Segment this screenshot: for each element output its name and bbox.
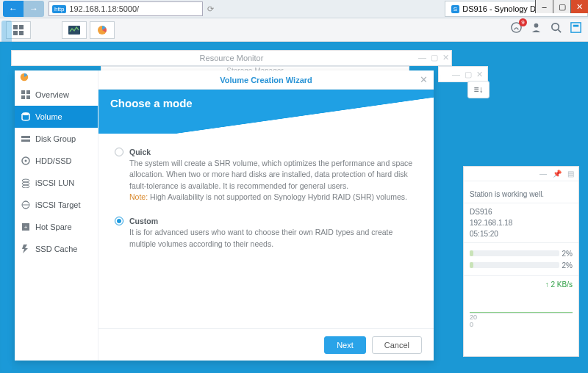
svg-point-22 (22, 179, 29, 182)
ssd-cache-icon (21, 244, 31, 254)
svg-point-8 (552, 23, 559, 30)
refresh-icon[interactable]: ⟳ (207, 4, 214, 14)
quick-label: Quick (129, 147, 417, 158)
storage-app-icon (15, 70, 98, 84)
ram-pct: 2% (562, 261, 573, 269)
favicon: S (451, 5, 459, 13)
bg-resource-monitor-header: Resource Monitor —▢✕ (11, 50, 452, 66)
status-widget: — 📌 ▤ Station is working well. DS916 192… (463, 166, 579, 357)
mode-custom-row[interactable]: Custom It is for advanced users who want… (115, 216, 417, 250)
sidebar-label: HDD/SSD (35, 156, 72, 165)
wizard-heading: Choose a mode (110, 97, 193, 109)
storage-manager-window: Overview Volume Disk Group HDD/SSD iSCSI… (15, 70, 434, 361)
taskbar-storage-button[interactable] (90, 21, 115, 39)
custom-desc: It is for advanced users who want to cho… (129, 227, 417, 249)
url-text: 192.168.1.18:5000/ (69, 4, 139, 13)
svg-rect-16 (26, 95, 30, 99)
bg-storage-manager-controls: —▢✕ (438, 66, 488, 82)
svg-point-7 (534, 23, 539, 28)
status-text: Station is working well. (470, 190, 573, 198)
sidebar-item-hdd-ssd[interactable]: HDD/SSD (15, 150, 98, 172)
rm-maximize-icon[interactable]: ▢ (431, 53, 438, 62)
svg-rect-11 (573, 25, 579, 27)
widget-pin-icon[interactable]: 📌 (553, 170, 562, 178)
filter-sort-button[interactable]: ≡↓ (467, 81, 490, 98)
net-indicator: ↑ 2 KB/s (470, 280, 573, 289)
sidebar-label: Disk Group (35, 134, 76, 143)
svg-rect-10 (571, 23, 581, 32)
os-maximize-button[interactable]: ▢ (553, 0, 570, 13)
quick-desc: The system will create a SHR volume, whi… (129, 158, 417, 192)
taskbar-activity-button[interactable] (62, 21, 87, 39)
mode-quick-row[interactable]: Quick The system will create a SHR volum… (115, 147, 417, 203)
svg-point-17 (22, 112, 29, 115)
svg-point-21 (25, 160, 27, 162)
next-button[interactable]: Next (324, 336, 366, 354)
custom-label: Custom (129, 216, 417, 227)
radio-quick[interactable] (115, 148, 123, 156)
svg-rect-18 (21, 136, 30, 138)
wizard-title: Volume Creation Wizard (98, 70, 434, 90)
svg-rect-13 (21, 90, 25, 94)
sidebar-item-overview[interactable]: Overview (15, 84, 98, 106)
radio-custom[interactable] (115, 217, 123, 225)
desktop-left-rail (1, 21, 12, 372)
wizard-hero: Choose a mode (98, 90, 434, 134)
status-time: 05:15:20 (470, 230, 573, 238)
svg-text:+: + (24, 224, 28, 231)
sidebar-item-disk-group[interactable]: Disk Group (15, 128, 98, 150)
wizard-close-icon[interactable]: ✕ (420, 74, 428, 85)
protocol-badge: http (52, 5, 66, 13)
disk-group-icon (21, 134, 31, 144)
rm-minimize-icon[interactable]: — (418, 53, 426, 62)
sidebar-item-volume[interactable]: Volume (15, 106, 98, 128)
widgets-button[interactable] (570, 21, 582, 37)
overview-icon (21, 90, 31, 100)
svg-rect-2 (13, 31, 18, 35)
notifications-button[interactable] (510, 21, 523, 37)
rm-close-icon[interactable]: ✕ (442, 53, 449, 62)
nav-back-button[interactable]: ← (3, 1, 24, 17)
storage-sidebar: Overview Volume Disk Group HDD/SSD iSCSI… (15, 70, 98, 361)
volume-icon (21, 112, 31, 122)
hdd-icon (21, 156, 31, 166)
dsm-toolbar (0, 18, 588, 42)
status-model: DS916 (470, 208, 573, 216)
sidebar-item-iscsi-target[interactable]: iSCSI Target (15, 194, 98, 216)
cpu-pct: 2% (562, 250, 573, 258)
widget-minimize-icon[interactable]: — (539, 170, 547, 178)
nav-forward-button[interactable]: → (24, 1, 44, 17)
svg-line-9 (558, 29, 561, 32)
search-button[interactable] (550, 21, 562, 37)
sidebar-label: Hot Spare (35, 222, 72, 231)
status-ip: 192.168.1.18 (470, 219, 573, 227)
os-minimize-button[interactable]: – (535, 0, 553, 13)
widget-expand-icon[interactable]: ▤ (567, 170, 574, 178)
svg-rect-15 (21, 95, 25, 99)
svg-rect-3 (19, 31, 24, 35)
user-button[interactable] (530, 21, 542, 37)
sidebar-label: iSCSI Target (35, 200, 81, 209)
svg-rect-14 (26, 90, 30, 94)
bg-resource-monitor-title: Resource Monitor (200, 54, 264, 62)
sidebar-item-iscsi-lun[interactable]: iSCSI LUN (15, 172, 98, 194)
note-label: Note: (129, 192, 148, 201)
iscsi-target-icon (21, 200, 31, 210)
svg-rect-1 (19, 25, 24, 29)
iscsi-lun-icon (21, 178, 31, 188)
svg-point-24 (22, 185, 29, 188)
browser-chrome: ← → http 192.168.1.18:5000/ ⟳ S DS916 - … (0, 0, 588, 18)
os-close-button[interactable]: ✕ (570, 0, 588, 13)
sidebar-item-ssd-cache[interactable]: SSD Cache (15, 238, 98, 260)
address-bar[interactable]: http 192.168.1.18:5000/ (49, 1, 203, 16)
volume-creation-wizard: Volume Creation Wizard ✕ Choose a mode Q… (98, 70, 434, 361)
sidebar-label: Volume (35, 112, 62, 121)
svg-rect-19 (21, 140, 30, 142)
hot-spare-icon: + (21, 222, 31, 232)
svg-point-23 (22, 182, 29, 185)
sidebar-label: SSD Cache (35, 245, 77, 253)
svg-rect-0 (13, 25, 18, 29)
cancel-button[interactable]: Cancel (372, 336, 422, 354)
sidebar-item-hot-spare[interactable]: + Hot Spare (15, 216, 98, 238)
sidebar-label: Overview (35, 90, 69, 99)
